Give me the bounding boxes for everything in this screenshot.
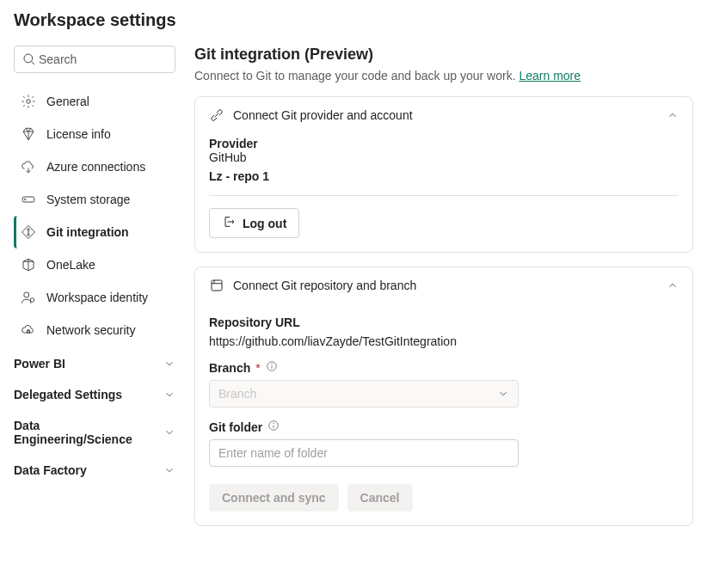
- nav-label: System storage: [46, 193, 130, 206]
- required-indicator: *: [255, 361, 260, 375]
- cloud-lock-icon: [21, 322, 36, 338]
- nav-group-label: Delegated Settings: [14, 388, 122, 401]
- nav-label: Azure connections: [46, 160, 145, 174]
- section-title: Git integration (Preview): [194, 46, 693, 64]
- sidebar-item-network[interactable]: Network security: [14, 314, 175, 346]
- chevron-down-icon: [497, 388, 509, 400]
- card-provider-title: Connect Git provider and account: [233, 108, 658, 122]
- git-icon: [21, 224, 36, 240]
- nav-label: License info: [46, 127, 111, 141]
- nav-group-label: Data Factory: [14, 463, 87, 477]
- card-provider: Connect Git provider and account Provide…: [194, 96, 693, 253]
- card-repo-header[interactable]: Connect Git repository and branch: [195, 267, 692, 303]
- info-icon[interactable]: [266, 360, 278, 375]
- svg-point-9: [30, 298, 34, 303]
- nav-group-label: Power BI: [14, 357, 65, 371]
- repo-url-value: https://github.com/liavZayde/TestGitInte…: [209, 334, 679, 348]
- svg-point-20: [274, 423, 274, 424]
- provider-label: Provider: [209, 137, 679, 150]
- sidebar-item-azure[interactable]: Azure connections: [14, 150, 175, 183]
- svg-point-2: [27, 100, 31, 104]
- learn-more-link[interactable]: Learn more: [519, 69, 581, 83]
- logout-button[interactable]: Log out: [209, 208, 299, 238]
- sidebar-item-identity[interactable]: Workspace identity: [14, 281, 175, 314]
- card-repo-title: Connect Git repository and branch: [233, 279, 658, 292]
- account-value: Lz - repo 1: [209, 169, 679, 183]
- sidebar-item-git[interactable]: Git integration: [14, 216, 175, 248]
- nav-label: General: [46, 95, 89, 108]
- sidebar-item-storage[interactable]: System storage: [14, 183, 175, 216]
- chevron-down-icon: [163, 464, 175, 476]
- cloud-sync-icon: [21, 159, 36, 175]
- branch-placeholder: Branch: [218, 387, 256, 401]
- svg-point-4: [25, 199, 27, 200]
- nav-group-data-factory[interactable]: Data Factory: [14, 453, 175, 484]
- page-title: Workspace settings: [14, 10, 693, 30]
- svg-point-8: [24, 292, 29, 297]
- git-folder-input[interactable]: [209, 439, 519, 467]
- gear-icon: [21, 94, 36, 109]
- svg-rect-12: [212, 280, 222, 291]
- chevron-up-icon: [667, 109, 679, 121]
- sidebar-item-general[interactable]: General: [14, 85, 175, 118]
- nav-label: OneLake: [46, 258, 95, 272]
- repo-url-label: Repository URL: [209, 315, 679, 329]
- sidebar-item-onelake[interactable]: OneLake: [14, 248, 175, 281]
- svg-point-0: [24, 54, 33, 63]
- info-icon[interactable]: [267, 420, 280, 434]
- chevron-down-icon: [163, 389, 175, 401]
- nav-group-delegated[interactable]: Delegated Settings: [14, 377, 175, 408]
- svg-rect-10: [28, 331, 30, 333]
- section-subtitle: Connect to Git to manage your code and b…: [194, 69, 693, 83]
- storage-icon: [21, 192, 36, 207]
- nav-group-powerbi[interactable]: Power BI: [14, 346, 175, 377]
- provider-value: GitHub: [209, 150, 679, 164]
- card-repo: Connect Git repository and branch Reposi…: [194, 266, 693, 526]
- folder-label: Git folder: [209, 420, 679, 434]
- search-box[interactable]: [14, 46, 175, 73]
- sidebar-item-license[interactable]: License info: [14, 118, 175, 150]
- nav-label: Git integration: [46, 225, 129, 239]
- nav-group-data-eng[interactable]: Data Engineering/Science: [14, 408, 175, 453]
- plug-icon: [209, 107, 224, 123]
- branch-select[interactable]: Branch: [209, 380, 519, 407]
- svg-point-17: [271, 364, 272, 364]
- repo-icon: [209, 278, 224, 293]
- main-content: Git integration (Preview) Connect to Git…: [194, 46, 693, 540]
- onelake-icon: [21, 257, 36, 273]
- divider: [209, 195, 679, 196]
- svg-line-11: [215, 113, 219, 118]
- svg-line-1: [31, 61, 34, 64]
- diamond-icon: [21, 126, 36, 142]
- search-input[interactable]: [37, 52, 191, 67]
- search-icon: [22, 52, 37, 67]
- svg-point-6: [28, 234, 29, 236]
- chevron-down-icon: [163, 358, 175, 370]
- nav-label: Workspace identity: [46, 291, 148, 304]
- chevron-down-icon: [163, 426, 175, 438]
- connect-sync-button[interactable]: Connect and sync: [209, 484, 339, 511]
- nav-group-label: Data Engineering/Science: [14, 419, 134, 446]
- identity-icon: [21, 290, 36, 305]
- logout-icon: [222, 215, 236, 231]
- sidebar: General License info Azure connections S…: [14, 46, 175, 540]
- card-provider-header[interactable]: Connect Git provider and account: [195, 97, 692, 133]
- svg-point-5: [28, 229, 29, 230]
- chevron-up-icon: [667, 279, 679, 291]
- branch-label: Branch *: [209, 360, 679, 375]
- cancel-button[interactable]: Cancel: [347, 484, 413, 511]
- nav-label: Network security: [46, 323, 135, 337]
